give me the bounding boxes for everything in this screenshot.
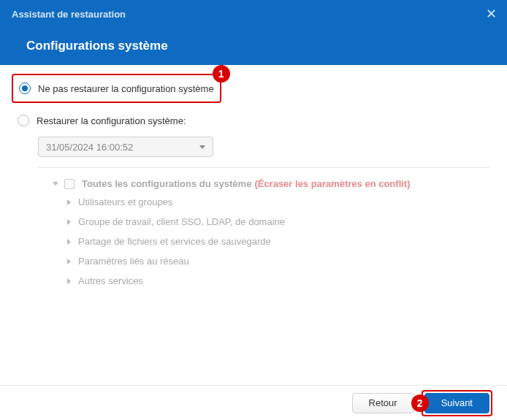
tree-item[interactable]: Paramètres liés au réseau — [67, 256, 489, 267]
tree-item-label: Utilisateurs et groupes — [78, 196, 172, 207]
date-dropdown[interactable]: 31/05/2024 16:00:52 — [38, 137, 213, 157]
radio-icon — [18, 115, 29, 126]
tree-item-label: Autres services — [78, 275, 143, 286]
close-icon[interactable]: ✕ — [486, 7, 497, 20]
tree-root[interactable]: Toutes les configurations du système (Éc… — [53, 178, 489, 189]
checkbox — [64, 179, 75, 189]
radio-restore[interactable]: Restaurer la configuration système: — [18, 115, 489, 126]
radio-label: Restaurer la configuration système: — [37, 115, 186, 126]
dropdown-value: 31/05/2024 16:00:52 — [46, 142, 133, 153]
radio-icon — [19, 83, 31, 94]
tree-item[interactable]: Utilisateurs et groupes — [67, 196, 489, 207]
page-title: Configurations système — [26, 39, 495, 53]
radio-label: Ne pas restaurer la configuration systèm… — [38, 83, 214, 94]
tree-root-note: (Écraser les paramètres en conflit) — [254, 178, 410, 189]
highlight-box-1: 1 Ne pas restaurer la configuration syst… — [12, 74, 221, 103]
step-badge-2: 2 — [411, 394, 429, 412]
chevron-down-icon — [199, 145, 205, 149]
tree-item[interactable]: Groupe de travail, client SSO, LDAP, de … — [67, 216, 489, 227]
tree-item[interactable]: Autres services — [67, 275, 489, 286]
config-tree: Toutes les configurations du système (Éc… — [38, 167, 489, 286]
tree-item[interactable]: Partage de fichiers et services de sauve… — [67, 236, 489, 247]
radio-no-restore[interactable]: Ne pas restaurer la configuration systèm… — [19, 83, 214, 94]
header: Assistant de restauration ✕ Configuratio… — [0, 0, 507, 65]
tree-item-label: Partage de fichiers et services de sauve… — [78, 236, 271, 247]
content: 1 Ne pas restaurer la configuration syst… — [0, 65, 507, 286]
footer: Retour 2 Suivant — [0, 385, 507, 420]
back-button[interactable]: Retour — [352, 393, 414, 413]
tree-root-label: Toutes les configurations du système — [82, 178, 251, 189]
chevron-down-icon — [53, 182, 58, 186]
next-button[interactable]: Suivant — [424, 393, 489, 413]
chevron-right-icon — [67, 199, 71, 205]
tree-item-label: Groupe de travail, client SSO, LDAP, de … — [78, 216, 285, 227]
chevron-right-icon — [67, 278, 71, 284]
chevron-right-icon — [67, 219, 71, 225]
chevron-right-icon — [67, 239, 71, 245]
chevron-right-icon — [67, 259, 71, 264]
wizard-title: Assistant de restauration — [12, 9, 495, 20]
highlight-box-2: 2 Suivant — [422, 390, 492, 416]
step-badge-1: 1 — [213, 65, 230, 83]
tree-item-label: Paramètres liés au réseau — [78, 256, 189, 267]
